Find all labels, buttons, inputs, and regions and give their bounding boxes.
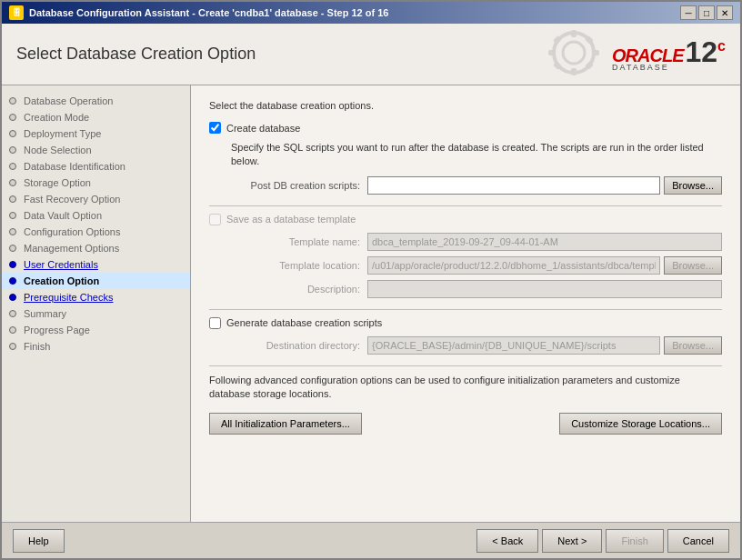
description-row: Description:: [231, 280, 722, 298]
minimize-button[interactable]: ─: [680, 5, 697, 20]
advanced-buttons-row: All Initialization Parameters... Customi…: [209, 413, 722, 435]
oracle-branding: ORACLE 12c DATABASE: [612, 37, 726, 72]
create-database-section: Create database Specify the SQL scripts …: [209, 122, 722, 195]
gear-icon-area: [546, 28, 601, 81]
sidebar-bullet-clickable: [9, 294, 16, 301]
title-bar-controls: ─ □ ✕: [680, 5, 733, 20]
separator-1: [209, 205, 722, 206]
main-window: 🗄 Database Configuration Assistant - Cre…: [0, 0, 742, 560]
post-scripts-label: Post DB creation scripts:: [231, 180, 367, 191]
destination-input: [367, 336, 660, 355]
post-scripts-input[interactable]: [367, 176, 660, 195]
svg-rect-4: [548, 50, 556, 55]
sidebar-bullet: [9, 114, 16, 121]
maximize-button[interactable]: □: [698, 5, 715, 20]
sidebar-bullet-current: [9, 277, 16, 285]
description-input: [367, 280, 722, 298]
separator-2: [209, 309, 722, 310]
sidebar-bullet: [9, 245, 16, 252]
content-area: Select the database creation options. Cr…: [191, 85, 740, 522]
sidebar-item-user-credentials[interactable]: User Credentials: [2, 256, 190, 273]
cancel-button[interactable]: Cancel: [667, 529, 729, 553]
window-title: Database Configuration Assistant - Creat…: [29, 7, 388, 18]
generate-scripts-indent: Destination directory: Browse...: [231, 336, 722, 355]
create-database-checkbox[interactable]: [209, 122, 221, 134]
sidebar-bullet: [9, 228, 16, 235]
generate-scripts-section: Generate database creation scripts Desti…: [209, 317, 722, 355]
sidebar-item-prerequisite-checks[interactable]: Prerequisite Checks: [2, 289, 190, 305]
generate-scripts-label[interactable]: Generate database creation scripts: [226, 317, 382, 328]
sidebar: Database Operation Creation Mode Deploym…: [2, 85, 191, 522]
bottom-bar: Help < Back Next > Finish Cancel: [2, 522, 740, 558]
sidebar-item-deployment-type: Deployment Type: [2, 125, 190, 142]
bottom-right: < Back Next > Finish Cancel: [476, 529, 729, 553]
template-browse-button: Browse...: [664, 256, 722, 275]
sidebar-bullet: [9, 163, 16, 170]
content-description: Select the database creation options.: [209, 100, 722, 111]
save-template-section: Save as a database template Template nam…: [209, 214, 722, 298]
template-location-label: Template location:: [231, 260, 367, 271]
customize-storage-button[interactable]: Customize Storage Locations...: [559, 413, 722, 435]
sidebar-bullet: [9, 343, 16, 350]
sidebar-bullet: [9, 146, 16, 154]
sidebar-bullet: [9, 212, 16, 219]
sidebar-item-finish: Finish: [2, 338, 190, 355]
sidebar-item-data-vault: Data Vault Option: [2, 207, 190, 224]
post-scripts-row: Post DB creation scripts: Browse...: [231, 176, 722, 195]
create-database-indent: Specify the SQL scripts you want to run …: [231, 141, 722, 195]
sidebar-bullet: [9, 326, 16, 334]
separator-3: [209, 365, 722, 366]
generate-scripts-checkbox[interactable]: [209, 317, 221, 329]
svg-rect-3: [571, 68, 577, 75]
create-database-label[interactable]: Create database: [226, 123, 300, 134]
back-button[interactable]: < Back: [476, 529, 538, 553]
bottom-left: Help: [13, 529, 65, 553]
template-location-input: [367, 256, 660, 275]
post-scripts-browse-button[interactable]: Browse...: [664, 176, 722, 195]
destination-row: Destination directory: Browse...: [231, 336, 722, 355]
sidebar-bullet-active: [9, 261, 16, 268]
title-bar-left: 🗄 Database Configuration Assistant - Cre…: [9, 5, 388, 20]
destination-browse-button: Browse...: [664, 336, 722, 355]
svg-rect-5: [592, 50, 599, 55]
app-header: Select Database Creation Option: [2, 24, 740, 85]
sidebar-bullet: [9, 130, 16, 137]
destination-label: Destination directory:: [231, 340, 367, 351]
sidebar-item-database-identification: Database Identification: [2, 158, 190, 175]
svg-rect-2: [571, 30, 577, 37]
close-button[interactable]: ✕: [717, 5, 733, 20]
sidebar-bullet: [9, 97, 16, 105]
title-bar: 🗄 Database Configuration Assistant - Cre…: [2, 2, 740, 24]
svg-point-1: [563, 42, 585, 64]
sidebar-bullet: [9, 195, 16, 203]
app-icon: 🗄: [9, 5, 24, 20]
sidebar-bullet: [9, 310, 16, 317]
sidebar-item-node-selection: Node Selection: [2, 142, 190, 158]
sidebar-item-progress-page: Progress Page: [2, 322, 190, 338]
template-name-row: Template name:: [231, 233, 722, 251]
save-template-row: Save as a database template: [209, 214, 722, 225]
version-number: 12c: [686, 37, 727, 66]
page-title: Select Database Creation Option: [16, 45, 256, 64]
sidebar-item-storage-option: Storage Option: [2, 175, 190, 191]
sidebar-item-fast-recovery: Fast Recovery Option: [2, 191, 190, 207]
next-button[interactable]: Next >: [542, 529, 602, 553]
save-template-label: Save as a database template: [226, 214, 356, 225]
sidebar-item-configuration-options: Configuration Options: [2, 224, 190, 240]
oracle-logo: ORACLE 12c DATABASE: [546, 28, 726, 81]
sidebar-bullet: [9, 179, 16, 186]
template-name-label: Template name:: [231, 236, 367, 247]
all-init-parameters-button[interactable]: All Initialization Parameters...: [209, 413, 362, 435]
sidebar-item-summary: Summary: [2, 305, 190, 322]
sidebar-item-database-operation: Database Operation: [2, 93, 190, 109]
help-button[interactable]: Help: [13, 529, 65, 553]
create-db-description: Specify the SQL scripts you want to run …: [231, 141, 722, 169]
app-body: Database Operation Creation Mode Deploym…: [2, 85, 740, 522]
description-label: Description:: [231, 284, 367, 295]
sidebar-item-management-options: Management Options: [2, 240, 190, 256]
advanced-description: Following advanced configuration options…: [209, 374, 722, 402]
sidebar-item-creation-mode: Creation Mode: [2, 109, 190, 125]
save-template-checkbox[interactable]: [209, 214, 221, 225]
header-title-area: Select Database Creation Option: [16, 45, 256, 64]
finish-button[interactable]: Finish: [606, 529, 663, 553]
